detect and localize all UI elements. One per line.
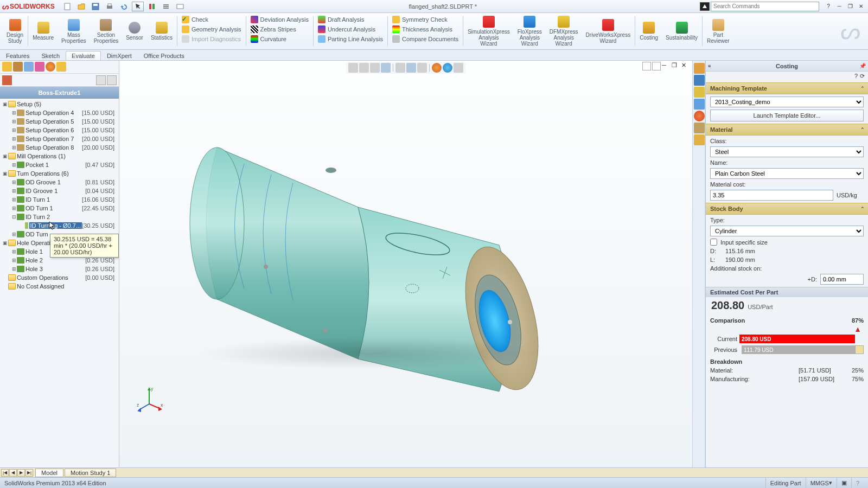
vp-btn-1[interactable] <box>642 62 651 70</box>
section-view-icon[interactable] <box>381 63 391 73</box>
status-help-icon[interactable]: ? <box>851 478 864 488</box>
minimize-button[interactable]: ─ <box>834 3 844 10</box>
vp-close-icon[interactable]: ✕ <box>681 62 690 70</box>
part-3d-view[interactable] <box>163 104 575 408</box>
sw-resources-icon[interactable] <box>694 63 705 74</box>
view-orientation-icon[interactable] <box>395 63 405 73</box>
property-manager-tab-icon[interactable] <box>13 62 23 72</box>
display-style-icon[interactable] <box>406 63 416 73</box>
template-select[interactable]: 2013_Costing_demo <box>710 97 864 107</box>
tab-features[interactable]: Features <box>0 51 35 60</box>
sustainability-button[interactable]: Sustainability <box>662 14 701 48</box>
tab-first-icon[interactable]: |◀ <box>1 469 9 477</box>
part-reviewer-button[interactable]: PartReviewer <box>704 14 733 48</box>
symmetry-check-button[interactable]: Symmetry Check <box>391 15 459 24</box>
material-name-select[interactable]: Plain Carbon Steel <box>710 168 864 179</box>
geometry-analysis-button[interactable]: Geometry Analysis <box>181 25 242 34</box>
set-baseline-icon[interactable] <box>855 345 864 354</box>
section-properties-button[interactable]: SectionProperties <box>91 14 122 48</box>
feature-manager-tab-icon[interactable] <box>2 62 12 72</box>
tab-motion-study[interactable]: Motion Study 1 <box>65 468 116 477</box>
deviation-analysis-button[interactable]: Deviation Analysis <box>250 15 310 24</box>
tab-sketch[interactable]: Sketch <box>35 51 66 60</box>
help-panel-icon[interactable]: ? <box>854 73 858 81</box>
plus-d-input[interactable] <box>820 274 864 285</box>
zoom-area-icon[interactable] <box>359 63 369 73</box>
view-palette-icon[interactable] <box>694 99 705 110</box>
config-manager-tab-icon[interactable] <box>24 62 34 72</box>
status-units[interactable]: MMGS ▾ <box>806 478 837 488</box>
tab-next-icon[interactable]: ▶ <box>17 469 25 477</box>
close-button[interactable]: ✕ <box>856 3 866 10</box>
graphics-viewport[interactable]: ─ ❐ ✕ <box>119 61 692 477</box>
rebuild-button[interactable] <box>146 2 158 11</box>
edit-appearance-icon[interactable] <box>432 63 442 73</box>
thickness-analysis-button[interactable]: Thickness Analysis <box>391 25 459 34</box>
vp-btn-2[interactable] <box>652 62 661 70</box>
costing-task-icon[interactable] <box>694 134 705 145</box>
display-manager-tab-icon[interactable] <box>46 62 55 72</box>
dimxpert-manager-tab-icon[interactable] <box>35 62 44 72</box>
floxpress-button[interactable]: FloXpressAnalysisWizard <box>514 14 545 48</box>
design-library-icon[interactable] <box>694 75 705 86</box>
tab-dimxpert[interactable]: DimXpert <box>101 51 138 60</box>
undo-button[interactable] <box>118 2 130 11</box>
status-misc-icon[interactable]: ▣ <box>837 478 851 488</box>
select-button[interactable] <box>132 2 144 11</box>
tab-office-products[interactable]: Office Products <box>138 51 190 60</box>
search-commands-input[interactable] <box>711 2 819 11</box>
costing-tree[interactable]: ▣Setup (5) ⊞Setup Operation 4[15.00 USD]… <box>0 99 119 477</box>
dfmxpress-button[interactable]: DFMXpressAnalysisWizard <box>546 14 582 48</box>
update-panel-icon[interactable]: ⟳ <box>860 73 865 81</box>
tab-last-icon[interactable]: ▶| <box>25 469 33 477</box>
apply-scene-icon[interactable] <box>443 63 452 73</box>
new-file-button[interactable] <box>61 2 73 11</box>
tab-prev-icon[interactable]: ◀ <box>9 469 17 477</box>
costing-button[interactable]: Costing <box>636 14 661 48</box>
prev-view-icon[interactable] <box>370 63 380 73</box>
tab-model[interactable]: Model <box>35 468 63 477</box>
mass-properties-button[interactable]: MassProperties <box>58 14 90 48</box>
stock-body-header[interactable]: Stock Body <box>710 206 743 212</box>
launch-template-editor-button[interactable]: Launch Template Editor... <box>710 110 864 121</box>
draft-analysis-button[interactable]: Draft Analysis <box>317 15 384 24</box>
check-button[interactable]: ✓Check <box>181 15 242 24</box>
file-explorer-icon[interactable] <box>694 87 705 98</box>
material-cost-input[interactable] <box>710 190 833 201</box>
open-file-button[interactable] <box>75 2 87 11</box>
view-settings-icon[interactable] <box>454 63 463 73</box>
simulationxpress-button[interactable]: SimulationXpressAnalysisWizard <box>464 14 513 48</box>
vp-restore-icon[interactable]: ❐ <box>672 62 680 70</box>
zebra-stripes-button[interactable]: Zebra Stripes <box>250 25 310 34</box>
sensor-button[interactable]: Sensor <box>123 14 146 48</box>
pin-panel-icon[interactable]: 📌 <box>859 63 866 69</box>
restore-button[interactable]: ❐ <box>845 3 855 10</box>
save-file-button[interactable] <box>90 2 101 11</box>
toggle2-icon[interactable] <box>107 75 117 85</box>
material-header[interactable]: Material <box>710 126 733 133</box>
measure-button[interactable]: Measure <box>29 14 57 48</box>
help-button[interactable]: ? <box>824 3 833 10</box>
input-specific-size-checkbox[interactable]: Input specific size <box>710 239 864 246</box>
compare-documents-button[interactable]: Compare Documents <box>391 35 459 43</box>
costing-manager-tab-icon[interactable] <box>56 62 66 72</box>
curvature-button[interactable]: Curvature <box>250 35 310 43</box>
options-button[interactable] <box>160 2 172 11</box>
material-class-select[interactable]: Steel <box>710 146 864 157</box>
driveworksxpress-button[interactable]: DriveWorksXpressWizard <box>583 14 634 48</box>
stock-type-select[interactable]: Cylinder <box>710 226 864 236</box>
print-button[interactable] <box>104 2 116 11</box>
custom-props-icon[interactable] <box>694 123 705 133</box>
filter-icon[interactable] <box>2 75 12 85</box>
machining-template-header[interactable]: Machining Template <box>710 85 767 92</box>
zoom-fit-icon[interactable] <box>348 63 358 73</box>
vp-minimize-icon[interactable]: ─ <box>662 62 671 70</box>
sw-search-icon[interactable] <box>700 2 710 11</box>
design-study-button[interactable]: DesignStudy <box>3 14 27 48</box>
settings-button[interactable] <box>174 2 186 11</box>
hide-show-icon[interactable] <box>417 63 427 73</box>
appearances-icon[interactable] <box>694 111 705 121</box>
undercut-analysis-button[interactable]: Undercut Analysis <box>317 25 384 34</box>
tab-evaluate[interactable]: Evaluate <box>66 51 101 60</box>
collapse-panel-icon[interactable]: « <box>708 63 711 69</box>
